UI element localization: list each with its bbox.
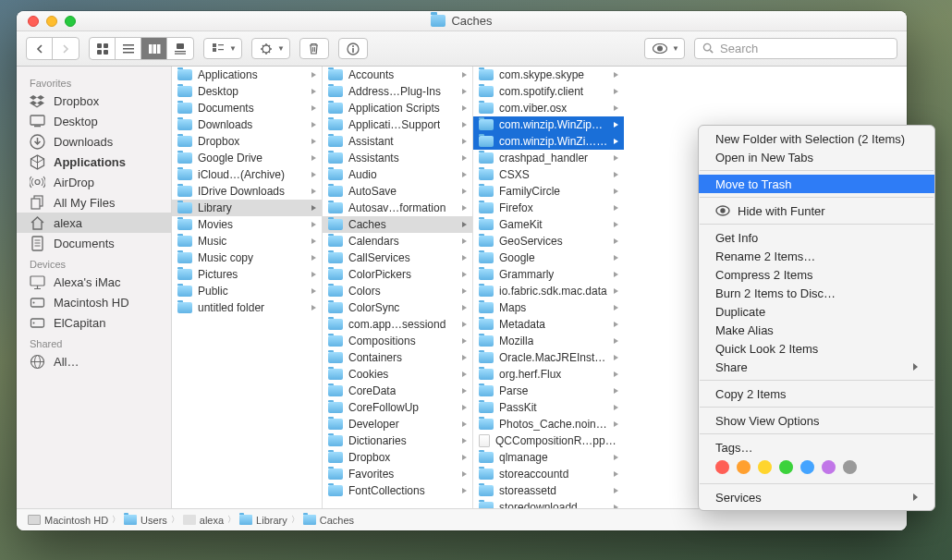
- column-item[interactable]: Calendars: [323, 233, 472, 250]
- column-item[interactable]: Grammarly: [473, 266, 624, 283]
- sidebar-item-elcapitan[interactable]: ElCapitan: [17, 312, 171, 333]
- column-item[interactable]: Google Drive: [172, 150, 322, 166]
- sidebar-item-all-my-files[interactable]: All My Files: [17, 192, 171, 213]
- info-button[interactable]: [338, 38, 368, 59]
- tag-dot[interactable]: [758, 460, 772, 474]
- column-item[interactable]: com.spotify.client: [473, 83, 624, 100]
- menu-item-tags[interactable]: Tags…: [699, 438, 934, 457]
- column-item[interactable]: Photos_Cache.noindex: [473, 416, 624, 432]
- menu-item-quick-look-2-items[interactable]: Quick Look 2 Items: [699, 339, 934, 358]
- column-item[interactable]: Favorites: [323, 466, 472, 482]
- column-item[interactable]: Assistants: [323, 150, 472, 166]
- column-item[interactable]: Dropbox: [323, 449, 472, 466]
- column-item[interactable]: GameKit: [473, 216, 624, 233]
- column-item[interactable]: com.skype.skype: [473, 67, 624, 83]
- column-item[interactable]: Cookies: [323, 366, 472, 383]
- column-2[interactable]: com.skype.skypecom.spotify.clientcom.vib…: [473, 67, 624, 508]
- list-view-button[interactable]: [116, 38, 141, 59]
- column-item[interactable]: Compositions: [323, 333, 472, 349]
- menu-item-open-in-new-tabs[interactable]: Open in New Tabs: [699, 148, 934, 166]
- column-item[interactable]: IDrive Downloads: [172, 183, 322, 200]
- path-item[interactable]: Users: [124, 515, 167, 526]
- menu-item-share[interactable]: Share: [699, 358, 934, 376]
- visibility-dropdown[interactable]: ▼: [644, 38, 685, 59]
- tag-dot[interactable]: [779, 460, 793, 474]
- column-item[interactable]: org.herf.Flux: [473, 366, 624, 383]
- column-item[interactable]: Metadata: [473, 316, 624, 333]
- path-item[interactable]: Caches: [303, 515, 354, 526]
- column-view-button[interactable]: [141, 38, 167, 59]
- column-item[interactable]: Assistant: [323, 133, 472, 150]
- column-item[interactable]: CoreData: [323, 383, 472, 399]
- column-0[interactable]: ApplicationsDesktopDocumentsDownloadsDro…: [172, 67, 323, 508]
- column-item[interactable]: storeaccountd: [473, 466, 624, 482]
- column-item[interactable]: io.fabric.sdk.mac.data: [473, 283, 624, 299]
- column-item[interactable]: ColorPickers: [323, 266, 472, 283]
- column-item[interactable]: Autosav…formation: [323, 200, 472, 216]
- action-button[interactable]: ▼: [251, 38, 290, 59]
- column-item[interactable]: PassKit: [473, 399, 624, 416]
- column-item[interactable]: Developer: [323, 416, 472, 432]
- column-item[interactable]: Containers: [323, 349, 472, 366]
- forward-button[interactable]: [53, 38, 79, 59]
- sidebar-item-all-[interactable]: All…: [17, 351, 171, 371]
- search-field[interactable]: Search: [694, 38, 897, 59]
- column-item[interactable]: iCloud…(Archive): [172, 166, 322, 183]
- column-item[interactable]: Public: [172, 283, 322, 299]
- column-item[interactable]: QCCompositionR…pple.iTunes.cac: [473, 432, 624, 449]
- menu-item-duplicate[interactable]: Duplicate: [699, 302, 934, 321]
- column-item[interactable]: Maps: [473, 299, 624, 316]
- column-item[interactable]: untitled folder: [172, 299, 322, 316]
- menu-item-compress-2-items[interactable]: Compress 2 Items: [699, 265, 934, 284]
- path-item[interactable]: Macintosh HD: [28, 515, 108, 526]
- sidebar-item-alexa[interactable]: alexa: [17, 213, 171, 233]
- column-item[interactable]: Colors: [323, 283, 472, 299]
- icon-view-button[interactable]: [90, 38, 116, 59]
- coverflow-view-button[interactable]: [167, 38, 193, 59]
- tag-dot[interactable]: [843, 460, 857, 474]
- sidebar-item-macintosh-hd[interactable]: Macintosh HD: [17, 292, 171, 312]
- column-item[interactable]: Music copy: [172, 250, 322, 266]
- column-item[interactable]: storeassetd: [473, 482, 624, 499]
- column-item[interactable]: Dropbox: [172, 133, 322, 150]
- column-item[interactable]: qlmanage: [473, 449, 624, 466]
- column-item[interactable]: Desktop: [172, 83, 322, 100]
- column-item[interactable]: com.winzip.WinZi…imizer.LoginHel: [473, 133, 624, 150]
- column-item[interactable]: com.app…sessiond: [323, 316, 472, 333]
- column-1[interactable]: AccountsAddress…Plug-InsApplication Scri…: [323, 67, 473, 508]
- sidebar-item-dropbox[interactable]: Dropbox: [17, 91, 171, 111]
- column-item[interactable]: Movies: [172, 216, 322, 233]
- column-item[interactable]: Audio: [323, 166, 472, 183]
- menu-item-rename-2-items[interactable]: Rename 2 Items…: [699, 247, 934, 265]
- column-item[interactable]: ColorSync: [323, 299, 472, 316]
- column-item[interactable]: Dictionaries: [323, 432, 472, 449]
- menu-item-services[interactable]: Services: [699, 488, 934, 506]
- menu-item-burn-2-items-to-disc[interactable]: Burn 2 Items to Disc…: [699, 284, 934, 302]
- column-item[interactable]: Downloads: [172, 116, 322, 133]
- tag-dot[interactable]: [822, 460, 836, 474]
- back-button[interactable]: [27, 38, 53, 59]
- column-item[interactable]: Caches: [323, 216, 472, 233]
- menu-item-show-view-options[interactable]: Show View Options: [699, 411, 934, 430]
- column-item[interactable]: FontCollections: [323, 482, 472, 499]
- column-item[interactable]: com.winzip.WinZipMacOptimizer: [473, 116, 624, 133]
- column-item[interactable]: CallServices: [323, 250, 472, 266]
- menu-item-make-alias[interactable]: Make Alias: [699, 321, 934, 339]
- column-item[interactable]: Google: [473, 250, 624, 266]
- column-item[interactable]: Pictures: [172, 266, 322, 283]
- menu-item-move-to-trash[interactable]: Move to Trash: [699, 175, 934, 193]
- column-item[interactable]: FamilyCircle: [473, 183, 624, 200]
- column-item[interactable]: Documents: [172, 100, 322, 116]
- column-item[interactable]: Music: [172, 233, 322, 250]
- sidebar-item-alexa-s-imac[interactable]: Alexa's iMac: [17, 272, 171, 292]
- column-item[interactable]: AutoSave: [323, 183, 472, 200]
- column-item[interactable]: CSXS: [473, 166, 624, 183]
- menu-item-new-folder-with-selection-2-items[interactable]: New Folder with Selection (2 Items): [699, 129, 934, 148]
- column-item[interactable]: Applications: [172, 67, 322, 83]
- column-item[interactable]: Application Scripts: [323, 100, 472, 116]
- column-item[interactable]: CoreFollowUp: [323, 399, 472, 416]
- column-item[interactable]: Library: [172, 200, 322, 216]
- column-item[interactable]: GeoServices: [473, 233, 624, 250]
- column-item[interactable]: com.viber.osx: [473, 100, 624, 116]
- sidebar-item-airdrop[interactable]: AirDrop: [17, 172, 171, 192]
